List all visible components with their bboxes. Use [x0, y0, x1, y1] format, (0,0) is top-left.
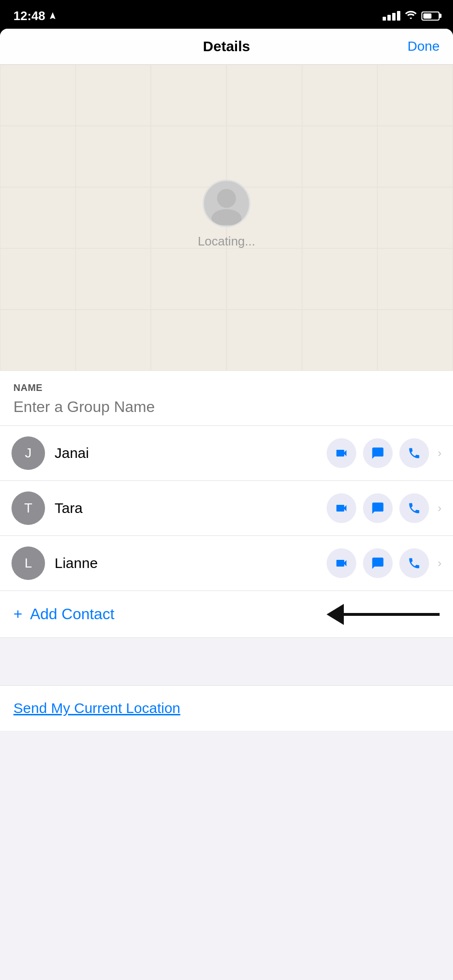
map-avatar [203, 179, 250, 227]
avatar: L [11, 546, 45, 580]
contact-list: J Janai › [0, 426, 453, 590]
details-sheet: Details Done [0, 29, 453, 980]
phone-button[interactable] [399, 493, 429, 523]
wifi-icon [405, 11, 417, 22]
contact-name: Tara [55, 500, 317, 516]
locating-text: Locating... [198, 234, 255, 249]
contact-actions: › [327, 548, 442, 578]
chevron-right-icon: › [438, 446, 442, 460]
message-button[interactable] [363, 493, 393, 523]
battery-icon [421, 11, 440, 21]
svg-point-0 [217, 189, 236, 208]
contact-name: Lianne [55, 555, 317, 571]
status-bar: 12:48 [0, 0, 453, 29]
add-contact-label: Add Contact [30, 605, 114, 623]
arrow-head [327, 604, 344, 625]
chat-icon [371, 557, 385, 570]
phone-button[interactable] [399, 548, 429, 578]
page-title: Details [203, 38, 250, 55]
phone-icon [408, 501, 421, 515]
message-button[interactable] [363, 548, 393, 578]
phone-icon [408, 557, 421, 570]
add-contact-section[interactable]: + Add Contact [0, 590, 453, 637]
video-icon [335, 501, 348, 515]
chevron-right-icon: › [438, 557, 442, 570]
group-name-input[interactable] [13, 398, 440, 425]
done-button[interactable]: Done [408, 39, 440, 54]
contact-row: T Tara › [0, 480, 453, 535]
contact-row: J Janai › [0, 426, 453, 480]
video-icon [335, 446, 348, 460]
svg-point-1 [211, 209, 241, 225]
signal-bars-icon [383, 11, 400, 21]
avatar: T [11, 491, 45, 525]
arrow-line [344, 613, 440, 616]
location-icon [48, 11, 57, 20]
contact-actions: › [327, 438, 442, 468]
phone-button[interactable] [399, 438, 429, 468]
phone-icon [408, 446, 421, 460]
chat-icon [371, 446, 385, 460]
send-location-section[interactable]: Send My Current Location [0, 685, 453, 731]
name-section: NAME [0, 371, 453, 426]
contact-row: L Lianne › [0, 535, 453, 590]
bottom-separator [0, 637, 453, 685]
status-time: 12:48 [13, 9, 57, 23]
video-call-button[interactable] [327, 438, 356, 468]
time-display: 12:48 [13, 9, 45, 23]
map-avatar-container: Locating... [198, 179, 255, 249]
video-call-button[interactable] [327, 493, 356, 523]
contact-actions: › [327, 493, 442, 523]
add-contact-plus: + [13, 605, 23, 623]
name-label: NAME [13, 382, 440, 393]
video-icon [335, 557, 348, 570]
message-button[interactable] [363, 438, 393, 468]
status-icons [383, 11, 440, 22]
map-area: Locating... [0, 65, 453, 371]
avatar: J [11, 436, 45, 470]
video-call-button[interactable] [327, 548, 356, 578]
chevron-right-icon: › [438, 501, 442, 515]
nav-header: Details Done [0, 29, 453, 65]
chat-icon [371, 501, 385, 515]
contact-name: Janai [55, 445, 317, 461]
send-location-button[interactable]: Send My Current Location [13, 700, 181, 716]
arrow-indicator [344, 613, 440, 616]
